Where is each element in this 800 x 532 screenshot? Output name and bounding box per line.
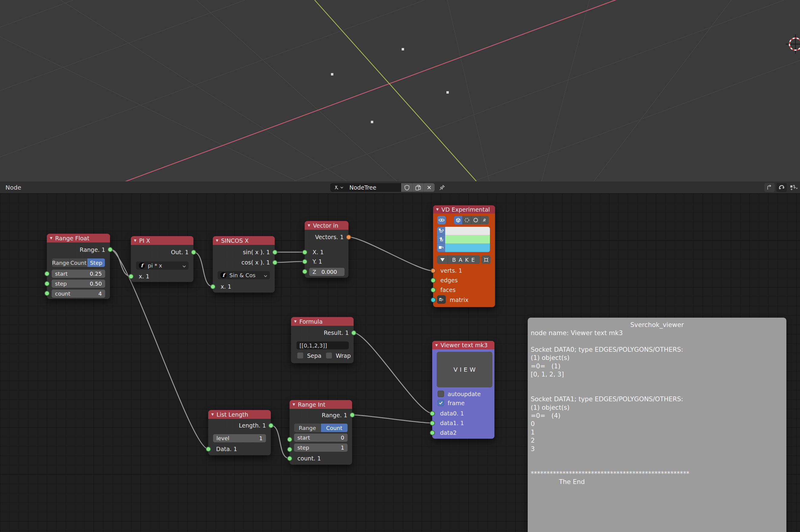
node-header[interactable]: ▼ List Length [208, 410, 271, 419]
node-header[interactable]: ▼ Range Int [290, 400, 352, 409]
node-header[interactable]: ▼ Viewer text mk3 [432, 341, 494, 349]
collapse-icon[interactable]: ▼ [211, 413, 214, 416]
node-header[interactable]: ▼ PI X [131, 236, 194, 245]
collapse-icon[interactable]: ▼ [134, 239, 136, 243]
bake-button[interactable]: BAKE [437, 255, 480, 264]
nodetree-browse[interactable]: NodeTree [330, 183, 401, 192]
output-socket-range[interactable] [350, 413, 355, 418]
collapse-icon[interactable]: ▼ [216, 239, 218, 243]
swatch-white[interactable] [445, 227, 490, 235]
tab-step[interactable]: Step [87, 259, 105, 267]
input-socket-z[interactable] [302, 269, 307, 274]
collapse-icon[interactable]: ▼ [293, 402, 295, 406]
auto-offset-icon[interactable] [777, 183, 787, 192]
input-socket-data2[interactable] [430, 430, 435, 435]
node-list-length[interactable]: ▼ List Length Length. 1 level 1 Data. 1 [208, 410, 271, 455]
input-socket-data[interactable] [206, 446, 211, 452]
menu-node[interactable]: Node [2, 182, 24, 193]
collapse-icon[interactable]: ▼ [308, 224, 310, 227]
node-range-int[interactable]: ▼ Range Int Range. 1 Range Count start 0… [290, 400, 352, 465]
frame-checkbox[interactable]: frame [438, 399, 465, 407]
node-header[interactable]: ▼ Range Float [47, 234, 110, 243]
checkbox[interactable] [438, 391, 444, 397]
input-socket-count[interactable] [287, 456, 292, 461]
view-button[interactable]: VIEW [437, 352, 492, 387]
field-step[interactable]: step 0.50 [52, 280, 105, 288]
circle-icon[interactable] [472, 216, 480, 224]
back-arrow-icon[interactable] [764, 183, 775, 192]
tab-range[interactable]: Range [294, 424, 321, 432]
input-socket-edges[interactable] [431, 278, 436, 283]
input-socket-faces[interactable] [431, 287, 436, 292]
input-socket-y[interactable] [302, 259, 307, 264]
viewport-3d[interactable] [0, 0, 800, 181]
output-socket-cos[interactable] [272, 260, 277, 265]
node-editor-canvas[interactable]: ▼ Range Float Range. 1 Range Count Step … [0, 193, 800, 532]
input-socket-x[interactable] [210, 284, 216, 289]
node-sincos-x[interactable]: ▼ SINCOS X sin( x ). 1 cos( x ). 1 f Sin… [213, 236, 275, 292]
nodetree-name[interactable]: NodeTree [346, 184, 401, 191]
collapse-icon[interactable]: ▼ [50, 236, 52, 240]
eye-icon[interactable] [437, 216, 446, 224]
node-range-float[interactable]: ▼ Range Float Range. 1 Range Count Step … [47, 234, 110, 299]
input-socket-step[interactable] [287, 447, 292, 452]
checkbox[interactable] [297, 353, 304, 359]
function-dropdown[interactable]: f Sin & Cos [218, 271, 270, 279]
node-viewer-text[interactable]: ▼ Viewer text mk3 VIEW autoupdate frame … [432, 341, 494, 439]
node-header[interactable]: ▼ VD Experimental [433, 205, 495, 213]
curve-icon[interactable] [480, 216, 489, 224]
input-socket-verts[interactable] [431, 268, 436, 273]
field-level[interactable]: level 1 [213, 434, 266, 442]
input-socket-data1[interactable] [430, 421, 435, 426]
fake-user-shield-icon[interactable] [401, 183, 412, 192]
input-socket-matrix[interactable] [431, 298, 436, 303]
input-socket-start[interactable] [44, 271, 50, 276]
field-start[interactable]: start 0 [294, 434, 348, 442]
pin-icon[interactable] [439, 184, 446, 191]
field-start[interactable]: start 0.25 [52, 270, 105, 278]
node-header[interactable]: ▼ Vector in [305, 221, 348, 230]
collapse-icon[interactable]: ▼ [436, 207, 438, 211]
select-crossed-circle-icon[interactable] [481, 255, 491, 264]
output-socket[interactable] [108, 247, 113, 252]
node-formula[interactable]: ▼ Formula Result. 1 [[0,1,2,3]] Sepa Wra… [291, 317, 353, 363]
input-socket-data0[interactable] [430, 411, 435, 416]
function-dropdown[interactable]: f pi * x [136, 262, 188, 270]
collapse-icon[interactable]: ▼ [294, 320, 296, 323]
field-step[interactable]: step 1 [294, 443, 348, 452]
tab-count[interactable]: Count [70, 259, 88, 267]
input-socket-x[interactable] [302, 250, 307, 255]
unlink-close-icon[interactable] [423, 183, 435, 192]
output-socket-sin[interactable] [272, 250, 277, 255]
dashed-circle-icon[interactable] [463, 216, 472, 224]
swatch-blue[interactable] [445, 244, 490, 252]
field-count[interactable]: count 4 [52, 289, 105, 298]
checkbox-checked[interactable] [438, 400, 444, 406]
snap-target-icon[interactable] [788, 183, 799, 192]
formula-input[interactable]: [[0,1,2,3]] [296, 341, 349, 349]
node-vector-in[interactable]: ▼ Vector in Vectors. 1 X. 1 Y. 1 Z 0.000 [305, 221, 348, 278]
tab-count[interactable]: Count [321, 424, 348, 432]
swatch-green[interactable] [445, 235, 490, 244]
collapse-icon[interactable]: ▼ [435, 343, 438, 347]
cube-icon[interactable] [454, 216, 463, 224]
tab-range[interactable]: Range [52, 259, 70, 267]
input-socket-start[interactable] [287, 437, 292, 442]
node-header[interactable]: ▼ Formula [291, 317, 353, 326]
checkbox[interactable] [326, 353, 332, 359]
output-socket-vectors[interactable] [346, 234, 351, 240]
output-socket-length[interactable] [268, 423, 274, 428]
node-pi-x[interactable]: ▼ PI X Out. 1 f pi * x x. 1 [131, 236, 194, 282]
autoupdate-checkbox[interactable]: autoupdate [438, 390, 481, 398]
triangle-down-icon[interactable] [437, 255, 448, 264]
sverchok-viewer-panel[interactable]: Sverchok_viewer node name: Viewer text m… [528, 318, 786, 532]
input-socket-x[interactable] [128, 274, 133, 279]
duplicate-icon[interactable] [412, 183, 423, 192]
node-header[interactable]: ▼ SINCOS X [213, 236, 275, 245]
object-origin-dots[interactable] [331, 48, 449, 123]
sepa-checkbox[interactable]: Sepa [297, 352, 321, 359]
output-socket[interactable] [191, 250, 196, 255]
input-socket-step[interactable] [44, 281, 50, 286]
field-z[interactable]: Z 0.000 [309, 268, 345, 276]
node-vd-experimental[interactable]: ▼ VD Experimental [433, 205, 495, 307]
